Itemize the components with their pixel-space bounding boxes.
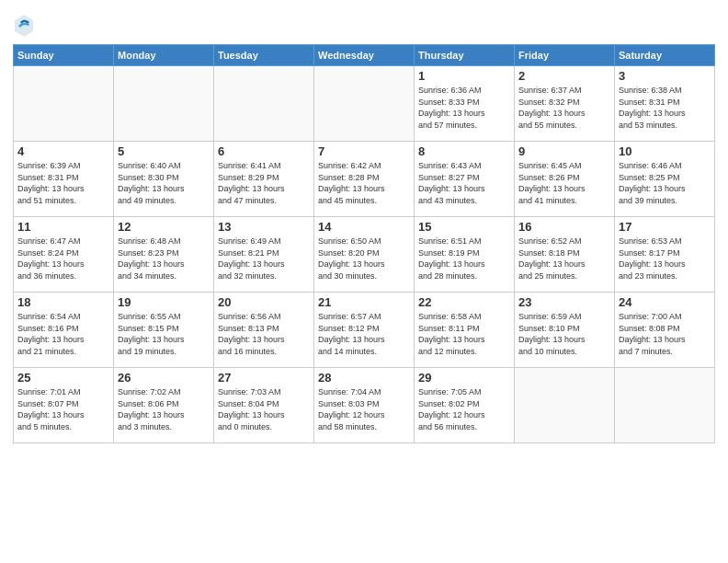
day-number: 2	[518, 69, 610, 83]
day-number: 28	[318, 371, 410, 385]
calendar-week-row: 4Sunrise: 6:39 AMSunset: 8:31 PMDaylight…	[14, 142, 715, 217]
day-number: 26	[118, 371, 210, 385]
day-number: 11	[17, 220, 109, 234]
day-number: 1	[418, 69, 510, 83]
calendar-cell: 3Sunrise: 6:38 AMSunset: 8:31 PMDaylight…	[615, 66, 715, 142]
day-number: 14	[318, 220, 410, 234]
day-number: 7	[318, 144, 410, 158]
day-info: Sunrise: 6:57 AMSunset: 8:12 PMDaylight:…	[318, 311, 410, 357]
day-info: Sunrise: 6:56 AMSunset: 8:13 PMDaylight:…	[218, 311, 310, 357]
calendar-cell	[615, 368, 715, 443]
day-info: Sunrise: 7:04 AMSunset: 8:03 PMDaylight:…	[318, 386, 410, 432]
calendar-table: SundayMondayTuesdayWednesdayThursdayFrid…	[13, 44, 715, 443]
day-number: 8	[418, 144, 510, 158]
calendar-week-row: 18Sunrise: 6:54 AMSunset: 8:16 PMDayligh…	[14, 293, 715, 368]
calendar-cell: 28Sunrise: 7:04 AMSunset: 8:03 PMDayligh…	[314, 368, 415, 443]
day-info: Sunrise: 6:48 AMSunset: 8:23 PMDaylight:…	[118, 236, 210, 282]
day-number: 19	[118, 295, 210, 309]
day-number: 3	[619, 69, 711, 83]
calendar-cell: 24Sunrise: 7:00 AMSunset: 8:08 PMDayligh…	[615, 293, 715, 368]
day-info: Sunrise: 6:36 AMSunset: 8:33 PMDaylight:…	[418, 85, 510, 131]
day-number: 25	[17, 371, 109, 385]
calendar-cell: 19Sunrise: 6:55 AMSunset: 8:15 PMDayligh…	[114, 293, 214, 368]
day-number: 10	[619, 144, 711, 158]
weekday-header: Saturday	[615, 45, 715, 66]
calendar-week-row: 11Sunrise: 6:47 AMSunset: 8:24 PMDayligh…	[14, 217, 715, 293]
calendar-cell: 26Sunrise: 7:02 AMSunset: 8:06 PMDayligh…	[114, 368, 214, 443]
day-info: Sunrise: 6:46 AMSunset: 8:25 PMDaylight:…	[619, 160, 711, 206]
calendar-cell: 23Sunrise: 6:59 AMSunset: 8:10 PMDayligh…	[515, 293, 615, 368]
day-number: 13	[218, 220, 310, 234]
calendar-cell	[515, 368, 615, 443]
svg-marker-0	[15, 15, 33, 37]
day-info: Sunrise: 6:37 AMSunset: 8:32 PMDaylight:…	[518, 85, 610, 131]
day-number: 4	[17, 144, 109, 158]
calendar-cell	[314, 66, 415, 142]
calendar-week-row: 25Sunrise: 7:01 AMSunset: 8:07 PMDayligh…	[14, 368, 715, 443]
calendar-cell: 21Sunrise: 6:57 AMSunset: 8:12 PMDayligh…	[314, 293, 415, 368]
calendar-cell: 18Sunrise: 6:54 AMSunset: 8:16 PMDayligh…	[14, 293, 114, 368]
day-info: Sunrise: 6:59 AMSunset: 8:10 PMDaylight:…	[518, 311, 610, 357]
calendar-cell: 10Sunrise: 6:46 AMSunset: 8:25 PMDayligh…	[615, 142, 715, 217]
day-info: Sunrise: 6:52 AMSunset: 8:18 PMDaylight:…	[518, 236, 610, 282]
calendar-cell: 13Sunrise: 6:49 AMSunset: 8:21 PMDayligh…	[214, 217, 314, 293]
header	[13, 9, 715, 39]
day-number: 9	[518, 144, 610, 158]
calendar-cell	[214, 66, 314, 142]
calendar-cell: 15Sunrise: 6:51 AMSunset: 8:19 PMDayligh…	[415, 217, 515, 293]
day-info: Sunrise: 6:49 AMSunset: 8:21 PMDaylight:…	[218, 236, 310, 282]
calendar-cell	[14, 66, 114, 142]
calendar-cell: 27Sunrise: 7:03 AMSunset: 8:04 PMDayligh…	[214, 368, 314, 443]
day-info: Sunrise: 6:54 AMSunset: 8:16 PMDaylight:…	[17, 311, 109, 357]
page: SundayMondayTuesdayWednesdayThursdayFrid…	[0, 0, 728, 563]
day-info: Sunrise: 6:47 AMSunset: 8:24 PMDaylight:…	[17, 236, 109, 282]
calendar-cell: 1Sunrise: 6:36 AMSunset: 8:33 PMDaylight…	[415, 66, 515, 142]
calendar-cell: 14Sunrise: 6:50 AMSunset: 8:20 PMDayligh…	[314, 217, 415, 293]
day-info: Sunrise: 6:41 AMSunset: 8:29 PMDaylight:…	[218, 160, 310, 206]
calendar-cell: 6Sunrise: 6:41 AMSunset: 8:29 PMDaylight…	[214, 142, 314, 217]
day-info: Sunrise: 7:03 AMSunset: 8:04 PMDaylight:…	[218, 386, 310, 432]
calendar-cell: 5Sunrise: 6:40 AMSunset: 8:30 PMDaylight…	[114, 142, 214, 217]
day-info: Sunrise: 7:00 AMSunset: 8:08 PMDaylight:…	[619, 311, 711, 357]
logo-icon	[13, 13, 35, 39]
day-info: Sunrise: 6:51 AMSunset: 8:19 PMDaylight:…	[418, 236, 510, 282]
calendar-cell: 7Sunrise: 6:42 AMSunset: 8:28 PMDaylight…	[314, 142, 415, 217]
day-info: Sunrise: 6:38 AMSunset: 8:31 PMDaylight:…	[619, 85, 711, 131]
weekday-header: Wednesday	[314, 45, 415, 66]
day-info: Sunrise: 6:42 AMSunset: 8:28 PMDaylight:…	[318, 160, 410, 206]
day-info: Sunrise: 6:55 AMSunset: 8:15 PMDaylight:…	[118, 311, 210, 357]
day-number: 29	[418, 371, 510, 385]
calendar-cell: 29Sunrise: 7:05 AMSunset: 8:02 PMDayligh…	[415, 368, 515, 443]
weekday-header: Sunday	[14, 45, 114, 66]
day-number: 24	[619, 295, 711, 309]
weekday-header: Tuesday	[214, 45, 314, 66]
day-number: 27	[218, 371, 310, 385]
calendar-cell: 12Sunrise: 6:48 AMSunset: 8:23 PMDayligh…	[114, 217, 214, 293]
day-info: Sunrise: 6:43 AMSunset: 8:27 PMDaylight:…	[418, 160, 510, 206]
calendar-cell: 4Sunrise: 6:39 AMSunset: 8:31 PMDaylight…	[14, 142, 114, 217]
day-number: 20	[218, 295, 310, 309]
day-number: 12	[118, 220, 210, 234]
calendar-cell: 25Sunrise: 7:01 AMSunset: 8:07 PMDayligh…	[14, 368, 114, 443]
day-info: Sunrise: 6:39 AMSunset: 8:31 PMDaylight:…	[17, 160, 109, 206]
day-info: Sunrise: 6:50 AMSunset: 8:20 PMDaylight:…	[318, 236, 410, 282]
calendar-cell: 9Sunrise: 6:45 AMSunset: 8:26 PMDaylight…	[515, 142, 615, 217]
calendar-cell: 16Sunrise: 6:52 AMSunset: 8:18 PMDayligh…	[515, 217, 615, 293]
day-info: Sunrise: 6:53 AMSunset: 8:17 PMDaylight:…	[619, 236, 711, 282]
day-number: 18	[17, 295, 109, 309]
weekday-header: Thursday	[415, 45, 515, 66]
calendar-cell: 22Sunrise: 6:58 AMSunset: 8:11 PMDayligh…	[415, 293, 515, 368]
day-number: 6	[218, 144, 310, 158]
calendar-week-row: 1Sunrise: 6:36 AMSunset: 8:33 PMDaylight…	[14, 66, 715, 142]
calendar-cell: 8Sunrise: 6:43 AMSunset: 8:27 PMDaylight…	[415, 142, 515, 217]
calendar-cell: 11Sunrise: 6:47 AMSunset: 8:24 PMDayligh…	[14, 217, 114, 293]
day-info: Sunrise: 6:40 AMSunset: 8:30 PMDaylight:…	[118, 160, 210, 206]
logo	[13, 13, 37, 39]
calendar-cell: 20Sunrise: 6:56 AMSunset: 8:13 PMDayligh…	[214, 293, 314, 368]
day-info: Sunrise: 7:02 AMSunset: 8:06 PMDaylight:…	[118, 386, 210, 432]
header-row: SundayMondayTuesdayWednesdayThursdayFrid…	[14, 45, 715, 66]
day-number: 22	[418, 295, 510, 309]
weekday-header: Monday	[114, 45, 214, 66]
weekday-header: Friday	[515, 45, 615, 66]
calendar-cell	[114, 66, 214, 142]
